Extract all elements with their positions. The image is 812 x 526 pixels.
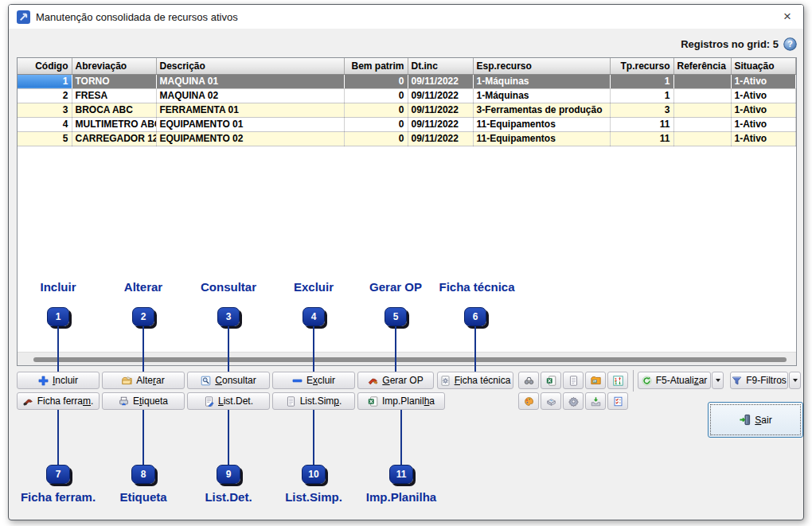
column-header-codigo[interactable]: Código (18, 58, 72, 74)
sort-numbered-button[interactable]: 1 1 (607, 372, 628, 389)
excel-icon (368, 396, 378, 407)
cell-abreviacao: MULTIMETRO ABC (72, 117, 156, 131)
svg-text:?: ? (787, 39, 792, 49)
titlebar: Manutenção consolidada de recursos ativo… (9, 5, 803, 29)
label-print-icon (119, 396, 129, 407)
f9-dropdown-button[interactable] (789, 372, 801, 389)
list-det-button[interactable]: List.Det. (187, 392, 270, 410)
annotation-label-gerar-op: Gerar OP (369, 280, 422, 294)
records-count-label: Registros no grid: 5 (681, 38, 779, 50)
column-header-referencia[interactable]: Referência (673, 58, 731, 74)
annotation-badge-8: 8 (131, 465, 155, 484)
cell-esp-recurso: 1-Máquinas (473, 74, 610, 88)
annotation-line (142, 410, 144, 465)
app-window: Manutenção consolidada de recursos ativo… (8, 4, 804, 520)
document-button[interactable] (563, 372, 584, 389)
table-row[interactable]: 2 FRESA MAQUINA 02 0 09/11/2022 1-Máquin… (18, 88, 796, 103)
import-button[interactable] (585, 392, 606, 410)
cell-esp-recurso: 11-Equipamentos (473, 117, 610, 131)
column-header-descricao[interactable]: Descrição (156, 58, 344, 74)
cell-referencia (673, 103, 731, 117)
export-excel-button[interactable] (541, 372, 561, 389)
annotation-badge-10: 10 (302, 465, 326, 484)
table-row[interactable]: 5 CARREGADOR 12V EQUIPAMENTO 02 0 09/11/… (18, 131, 796, 146)
table-row[interactable]: 1 TORNO MAQUINA 01 0 09/11/2022 1-Máquin… (18, 74, 796, 88)
edit-folder-icon (122, 376, 132, 386)
close-icon[interactable]: × (776, 6, 798, 27)
binoculars-icon (524, 376, 534, 386)
cell-dtinc: 09/11/2022 (408, 103, 473, 117)
help-icon[interactable]: ? (783, 37, 797, 51)
consultar-button[interactable]: Consultar (187, 372, 270, 389)
f9-filtros-button[interactable]: F9-Filtros (730, 372, 788, 389)
dropdown-arrow-icon (716, 379, 720, 382)
cell-codigo: 2 (18, 88, 72, 103)
horizontal-scrollbar[interactable] (18, 352, 796, 365)
cell-bem-patrim: 0 (344, 117, 408, 131)
annotation-line (313, 410, 314, 465)
excluir-button[interactable]: Excluir (272, 372, 355, 389)
cell-codigo: 5 (18, 131, 72, 146)
cell-referencia (673, 117, 731, 131)
cell-descricao: EQUIPAMENTO 02 (156, 131, 344, 146)
ficha-ferram-button[interactable]: Ficha ferram. (17, 392, 100, 410)
annotation-badge-5: 5 (385, 307, 407, 326)
column-header-situacao[interactable]: Situação (731, 58, 796, 74)
cell-tp-recurso: 3 (610, 103, 673, 117)
cell-abreviacao: FRESA (72, 88, 156, 103)
minus-icon (292, 376, 303, 386)
color-palette-button[interactable] (518, 392, 539, 410)
annotation-badge-1: 1 (47, 307, 69, 326)
wrench-red-icon (368, 376, 378, 386)
svg-text:1: 1 (614, 380, 616, 385)
etiqueta-button[interactable]: Etiqueta (102, 392, 185, 410)
column-header-esp-recurso[interactable]: Esp.recurso (473, 58, 610, 74)
cell-esp-recurso: 11-Equipamentos (473, 131, 610, 146)
folder-images-icon (591, 376, 601, 386)
annotation-label-list-det: List.Det. (205, 490, 252, 504)
toolbar-divider (633, 370, 634, 392)
column-header-bem-patrim[interactable]: Bem patrim (344, 58, 408, 74)
tool-icon (23, 396, 33, 407)
folder-images-button[interactable] (585, 372, 606, 389)
gear-document-icon (440, 376, 451, 386)
magnifier-icon (201, 376, 211, 386)
annotation-line (395, 326, 396, 372)
annotation-label-list-simp: List.Simp. (285, 490, 342, 504)
annotation-label-ficha-ferram: Ficha ferram. (21, 490, 96, 504)
plus-icon (38, 376, 49, 386)
label-printer-icon (546, 396, 556, 407)
cell-codigo: 4 (18, 117, 72, 131)
cell-referencia (673, 131, 731, 146)
column-header-abreviacao[interactable]: Abreviação (72, 58, 156, 74)
table-row[interactable]: 4 MULTIMETRO ABC EQUIPAMENTO 01 0 09/11/… (18, 117, 796, 131)
f5-dropdown-button[interactable] (712, 372, 724, 389)
column-header-dtinc[interactable]: Dt.inc (408, 58, 473, 74)
alterar-button[interactable]: Alterar (102, 372, 185, 389)
ficha-tecnica-button[interactable]: Ficha técnica (437, 372, 513, 389)
table-row[interactable]: 3 BROCA ABC FERRAMENTA 01 0 09/11/2022 3… (18, 103, 796, 117)
search-binoculars-button[interactable] (518, 372, 539, 389)
cell-bem-patrim: 0 (344, 88, 408, 103)
annotation-line (228, 326, 229, 372)
f5-atualizar-button[interactable]: F5-Atualizar (638, 372, 711, 389)
annotation-badge-9: 9 (217, 465, 240, 484)
settings-button[interactable] (563, 392, 584, 410)
annotation-line (57, 410, 59, 465)
exit-door-icon (739, 414, 751, 426)
annotation-badge-2: 2 (132, 307, 154, 326)
scrollbar-thumb[interactable] (33, 357, 787, 362)
incluir-button[interactable]: Incluir (17, 372, 100, 389)
sair-button[interactable]: Sair (708, 402, 803, 438)
annotation-line (57, 326, 59, 372)
cell-referencia (673, 88, 731, 103)
column-header-tp-recurso[interactable]: Tp.recurso (610, 58, 673, 74)
list-simp-button[interactable]: List.Simp. (272, 392, 355, 410)
gerar-op-button[interactable]: Gerar OP (357, 372, 434, 389)
checklist-button[interactable] (607, 392, 628, 410)
imp-planilha-button[interactable]: Imp.Planilha (357, 392, 445, 410)
cell-descricao: MAQUINA 01 (156, 74, 344, 88)
records-row: Registros no grid: 5 ? (681, 37, 797, 51)
cell-descricao: EQUIPAMENTO 01 (156, 117, 344, 131)
label-printer-button[interactable] (541, 392, 561, 410)
